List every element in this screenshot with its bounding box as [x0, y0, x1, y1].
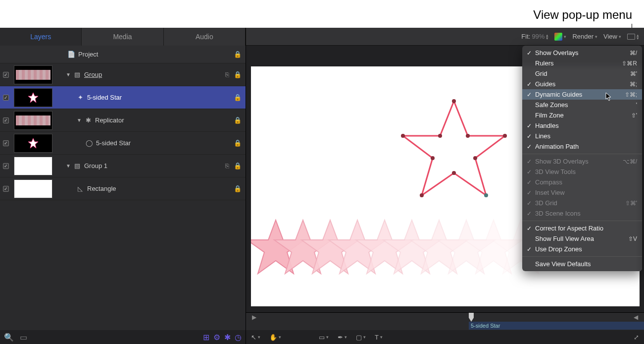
layer-row-replicator[interactable]: ▼ ✱ Replicator 🔒 [0, 109, 246, 132]
disclosure-triangle[interactable]: ▼ [65, 72, 71, 78]
svg-point-22 [438, 134, 442, 138]
menu-item-label: Show Overlays [533, 49, 630, 57]
text-tool[interactable]: T▾ [375, 334, 383, 341]
menu-item-film-zone[interactable]: Film Zone⇧' [522, 110, 642, 120]
color-channel-menu[interactable]: ▾ [554, 33, 566, 41]
layer-label[interactable]: Group [84, 71, 224, 78]
layer-row-group[interactable]: ▼ ▧ Group ⎘🔒 [0, 63, 246, 86]
menu-item-show-full-view[interactable]: Show Full View Area⇧V [522, 233, 642, 244]
in-marker-icon[interactable]: ▶ [252, 314, 256, 321]
lock-icon[interactable]: 🔒 [234, 139, 241, 147]
playhead-icon[interactable] [469, 313, 474, 322]
layer-label[interactable]: 5-sided Star [96, 139, 234, 147]
visibility-checkbox[interactable] [3, 186, 9, 192]
layer-thumbnail [14, 88, 52, 107]
lock-icon[interactable]: 🔒 [234, 185, 241, 192]
menu-item-label: Inset View [533, 189, 637, 196]
footer-icon-2[interactable]: ⚙ [213, 333, 220, 342]
menu-item-rulers[interactable]: Rulers⇧⌘R [522, 58, 642, 68]
shape-icon: ✦ [76, 94, 84, 102]
pan-tool[interactable]: ✋▾ [269, 334, 281, 341]
menu-item-save-view-defaults[interactable]: Save View Defaults [522, 259, 642, 269]
check-icon: ✓ [525, 200, 533, 207]
layer-row-rectangle[interactable]: ◺ Rectangle 🔒 [0, 177, 246, 200]
out-marker-icon[interactable]: ◀ [634, 314, 638, 321]
visibility-checkbox[interactable] [3, 140, 9, 146]
svg-point-19 [420, 193, 424, 197]
footer-icon-3[interactable]: ✱ [224, 333, 231, 342]
view-menu[interactable]: View ▾ [603, 33, 621, 40]
fit-value: 99% [532, 33, 545, 40]
menu-item-show-overlays[interactable]: ✓Show Overlays⌘/ [522, 48, 642, 58]
menu-item-dynamic-guides[interactable]: ✓Dynamic Guides⇧⌘; [522, 89, 642, 100]
mask-tool[interactable]: ▢▾ [356, 334, 366, 341]
menu-item-label: Safe Zones [533, 101, 636, 109]
zoom-fit-control[interactable]: Fit: 99% ▴▾ [521, 33, 548, 40]
app-window: Layers Media Audio 📄 Project 🔒 ▼ ▧ [0, 28, 644, 344]
menu-item-handles[interactable]: ✓Handles [522, 120, 642, 131]
tab-audio[interactable]: Audio [164, 28, 246, 46]
check-icon: ✓ [525, 169, 533, 175]
menu-item-lines[interactable]: ✓Lines [522, 131, 642, 141]
menu-item-label: 3D View Tools [533, 168, 637, 175]
check-icon: ✓ [525, 158, 533, 165]
menu-item-shortcut: ⇧' [631, 112, 637, 119]
visibility-checkbox[interactable] [3, 95, 9, 101]
shape-tool[interactable]: ▭▾ [319, 334, 329, 341]
layer-list: 📄 Project 🔒 ▼ ▧ Group ⎘🔒 [0, 46, 246, 330]
menu-item-shortcut: ⇧⌘; [625, 91, 637, 98]
tab-layers[interactable]: Layers [0, 28, 82, 46]
lock-icon[interactable]: 🔒 [234, 94, 241, 101]
link-icon[interactable]: ⎘ [224, 71, 231, 78]
view-label: View [603, 33, 617, 40]
menu-item-grid[interactable]: Grid⌘' [522, 68, 642, 79]
view-popup-menu: ✓Show Overlays⌘/Rulers⇧⌘RGrid⌘'✓Guides⌘;… [522, 46, 642, 271]
timeline-clip[interactable]: 5-sided Star [469, 322, 644, 330]
menu-item-correct-aspect[interactable]: ✓Correct for Aspect Ratio [522, 223, 642, 233]
lock-icon[interactable]: 🔒 [234, 71, 241, 78]
layer-thumbnail [14, 157, 52, 175]
menu-item-guides[interactable]: ✓Guides⌘; [522, 79, 642, 89]
lock-icon[interactable]: 🔒 [234, 116, 241, 124]
layer-label[interactable]: 5-sided Star [87, 94, 234, 101]
lock-icon[interactable]: 🔒 [234, 162, 241, 170]
menu-item-label: Compass [533, 178, 637, 186]
layer-row-project[interactable]: 📄 Project 🔒 [0, 46, 246, 63]
menu-item-safe-zones[interactable]: Safe Zones' [522, 100, 642, 110]
lock-icon[interactable]: 🔒 [234, 51, 241, 58]
footer-icon-4[interactable]: ◷ [235, 333, 242, 342]
check-icon: ✓ [525, 246, 533, 253]
menu-item-label: Grid [533, 70, 630, 77]
expand-icon[interactable]: ⤢ [634, 334, 639, 341]
layer-row-star-child[interactable]: ◯ 5-sided Star 🔒 [0, 132, 246, 155]
disclosure-triangle[interactable]: ▼ [65, 163, 71, 169]
layer-label[interactable]: Group 1 [84, 162, 224, 170]
pen-tool[interactable]: ✒▾ [338, 334, 347, 341]
check-icon: ✓ [525, 189, 533, 196]
view-popup-button[interactable]: ▴▾ [627, 34, 639, 40]
search-icon[interactable]: 🔍 [4, 333, 14, 342]
layer-label[interactable]: Replicator [95, 116, 234, 124]
select-tool[interactable]: ↖▾ [251, 334, 260, 341]
menu-item-shortcut: ⇧⌘R [622, 60, 637, 67]
layer-label[interactable]: Rectangle [87, 185, 234, 192]
visibility-checkbox[interactable] [3, 72, 9, 78]
disclosure-triangle[interactable]: ▼ [76, 117, 82, 123]
menu-item-compass: ✓Compass [522, 177, 642, 187]
mini-timeline[interactable]: ▶ ◀ 5-sided Star [246, 312, 644, 330]
render-menu[interactable]: Render ▾ [572, 33, 597, 40]
footer-icon-1[interactable]: ⊞ [203, 333, 209, 342]
visibility-checkbox[interactable] [3, 117, 9, 123]
visibility-checkbox[interactable] [3, 163, 9, 169]
clip-label: 5-sided Star [471, 323, 500, 329]
panel-toggle-icon[interactable]: ▭ [20, 333, 27, 342]
menu-item-animation-path[interactable]: ✓Animation Path [522, 141, 642, 152]
layer-row-star-selected[interactable]: ✦ 5-sided Star 🔒 [0, 86, 246, 109]
layer-row-group1[interactable]: ▼ ▧ Group 1 ⎘🔒 [0, 155, 246, 177]
link-icon[interactable]: ⎘ [224, 162, 231, 170]
tab-media[interactable]: Media [82, 28, 163, 46]
chevron-down-icon: ▾ [595, 34, 597, 39]
source-icon: ◯ [85, 139, 93, 147]
menu-item-use-drop-zones[interactable]: ✓Use Drop Zones [522, 244, 642, 254]
layer-thumbnail [14, 111, 52, 130]
